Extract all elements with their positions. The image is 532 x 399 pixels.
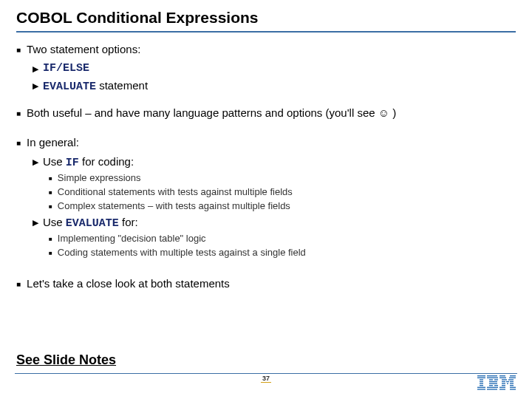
- bullet-text: Both useful – and have many language pat…: [27, 106, 396, 119]
- bullet-l3: ■ Conditional statements with tests agai…: [49, 186, 516, 199]
- svg-rect-35: [510, 389, 516, 389]
- bullet-text-part: Use: [43, 155, 66, 168]
- svg-rect-31: [510, 385, 514, 386]
- bullet-l2: ▶ EVALUATE statement: [33, 79, 516, 93]
- svg-rect-25: [506, 381, 509, 382]
- footer-note: See Slide Notes: [16, 352, 116, 368]
- bullet-text: Coding statements with multiple tests ag…: [58, 247, 306, 258]
- svg-rect-6: [477, 387, 485, 388]
- svg-rect-13: [489, 383, 497, 383]
- bullet-text: Conditional statements with tests agains…: [58, 186, 293, 197]
- svg-rect-12: [489, 381, 497, 382]
- smiley-icon: ☺: [378, 106, 389, 119]
- svg-rect-16: [487, 387, 498, 388]
- square-bullet-icon: ■: [16, 106, 21, 121]
- bullet-l3: ■ Simple expressions: [49, 172, 516, 185]
- svg-rect-5: [480, 385, 483, 386]
- svg-rect-8: [487, 375, 497, 376]
- footer-divider: [15, 373, 517, 374]
- square-bullet-icon: ■: [16, 43, 21, 58]
- code-text: EVALUATE: [66, 217, 119, 230]
- bullet-text-rest: statement: [96, 79, 148, 92]
- triangle-bullet-icon: ▶: [33, 62, 38, 76]
- bullet-text: Use EVALUATE for:: [43, 216, 138, 230]
- svg-rect-0: [477, 375, 485, 376]
- bullet-l3: ■ Coding statements with multiple tests …: [49, 247, 516, 259]
- bullet-l1: ■ In general:: [16, 136, 516, 151]
- svg-rect-30: [502, 385, 505, 386]
- svg-rect-32: [499, 387, 505, 388]
- svg-rect-24: [502, 381, 505, 382]
- square-bullet-icon: ■: [16, 136, 21, 151]
- bullet-text-part: for:: [119, 216, 138, 228]
- triangle-bullet-icon: ▶: [33, 216, 38, 230]
- bullet-text: EVALUATE statement: [43, 79, 148, 93]
- bullet-text: In general:: [27, 136, 79, 149]
- svg-rect-19: [510, 375, 516, 376]
- svg-rect-28: [507, 383, 508, 383]
- slide-title: COBOL Conditional Expressions: [16, 9, 516, 33]
- svg-rect-29: [510, 383, 514, 383]
- svg-rect-21: [509, 378, 516, 378]
- bullet-text: Implementing "decision table" logic: [58, 233, 206, 244]
- bullet-text-part: Both useful – and have many language pat…: [27, 106, 378, 119]
- svg-rect-17: [487, 389, 497, 389]
- svg-rect-33: [510, 387, 516, 388]
- svg-rect-20: [499, 378, 506, 378]
- svg-rect-18: [499, 375, 505, 376]
- bullet-text: Use IF for coding:: [43, 155, 134, 169]
- svg-rect-2: [480, 379, 483, 380]
- square-bullet-icon: ■: [49, 200, 52, 213]
- bullet-l1: ■ Both useful – and have many language p…: [16, 106, 516, 121]
- bullet-l3: ■ Complex statements – with tests agains…: [49, 200, 516, 213]
- bullet-text: Two statement options:: [27, 43, 140, 55]
- svg-rect-7: [477, 389, 485, 389]
- bullet-l3: ■ Implementing "decision table" logic: [49, 233, 516, 245]
- bullet-l1: ■ Two statement options:: [16, 43, 516, 58]
- ibm-logo-icon: [477, 375, 516, 390]
- svg-rect-27: [502, 383, 505, 383]
- triangle-bullet-icon: ▶: [33, 155, 38, 169]
- page-number: 37: [261, 375, 271, 383]
- bullet-text: Let's take a close look at both statemen…: [27, 277, 230, 290]
- svg-rect-34: [499, 389, 505, 389]
- svg-rect-1: [477, 378, 485, 378]
- svg-rect-11: [494, 379, 498, 380]
- bullet-l2: ▶ Use IF for coding:: [33, 155, 516, 169]
- bullet-l1: ■ Let's take a close look at both statem…: [16, 277, 516, 292]
- square-bullet-icon: ■: [49, 186, 52, 199]
- square-bullet-icon: ■: [49, 233, 52, 245]
- svg-rect-14: [489, 385, 493, 386]
- square-bullet-icon: ■: [49, 172, 52, 185]
- svg-rect-26: [510, 381, 514, 382]
- svg-rect-23: [508, 379, 514, 380]
- bullet-text-part: for coding:: [79, 155, 134, 168]
- svg-rect-15: [494, 385, 498, 386]
- square-bullet-icon: ■: [49, 247, 52, 259]
- code-text: IF/ELSE: [43, 62, 89, 75]
- code-text: EVALUATE: [43, 81, 96, 93]
- svg-rect-3: [480, 381, 483, 382]
- svg-rect-10: [489, 379, 493, 380]
- square-bullet-icon: ■: [16, 277, 21, 292]
- bullet-text-part: ): [389, 106, 396, 119]
- svg-rect-4: [480, 383, 483, 383]
- bullet-text: Complex statements – with tests against …: [58, 200, 290, 211]
- svg-rect-22: [502, 379, 507, 380]
- bullet-l2: ▶ IF/ELSE: [33, 62, 516, 76]
- svg-rect-9: [487, 378, 498, 378]
- bullet-l2: ▶ Use EVALUATE for:: [33, 216, 516, 230]
- bullet-text: Simple expressions: [58, 172, 141, 183]
- code-text: IF: [66, 157, 79, 169]
- bullet-text-part: Use: [43, 216, 66, 228]
- triangle-bullet-icon: ▶: [33, 79, 38, 93]
